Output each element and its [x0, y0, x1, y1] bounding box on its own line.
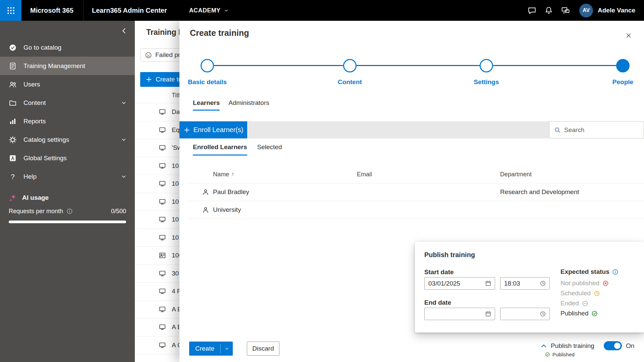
account-button[interactable]: AV Adele Vance — [574, 4, 644, 17]
plus-icon — [146, 76, 152, 83]
chevron-down-icon — [224, 346, 229, 351]
monitor-icon — [159, 126, 166, 134]
sidebar-item-label: Go to catalog — [23, 44, 61, 51]
brand-title: Microsoft 365 — [30, 7, 73, 14]
end-date-label: End date — [424, 299, 451, 306]
devices-button[interactable] — [557, 0, 574, 21]
sidebar-item-training-management[interactable]: Training Management — [0, 57, 135, 75]
clock-icon[interactable] — [540, 280, 546, 287]
close-button[interactable] — [623, 29, 635, 42]
end-time-field — [500, 308, 550, 320]
app-launcher-button[interactable] — [0, 0, 21, 21]
header-divider — [84, 0, 84, 21]
end-time-input[interactable] — [500, 310, 540, 318]
bar-chart-icon — [9, 117, 17, 125]
tab-administrators[interactable]: Administrators — [228, 99, 269, 111]
chat-button[interactable] — [524, 0, 540, 21]
notifications-button[interactable] — [540, 0, 557, 21]
step-basic-details-indicator[interactable] — [201, 59, 214, 72]
status-not-published: Not published — [560, 278, 609, 288]
sidebar-item-go-to-catalog[interactable]: Go to catalog — [0, 38, 135, 57]
waffle-icon — [6, 6, 15, 15]
chevron-down-icon — [121, 100, 127, 106]
create-button-label[interactable]: Create — [189, 342, 220, 356]
search-box — [549, 121, 644, 138]
discard-button[interactable]: Discard — [247, 342, 279, 356]
monitor-icon — [159, 270, 166, 277]
toggle-state-label: On — [626, 339, 634, 353]
create-dropdown-button[interactable] — [221, 342, 233, 356]
sidebar-item-reports[interactable]: Reports — [0, 112, 135, 130]
start-date-label: Start date — [424, 268, 454, 276]
bell-icon — [544, 6, 553, 15]
panel-title: Create training — [190, 28, 249, 38]
avatar: AV — [579, 4, 593, 17]
subtab-selected[interactable]: Selected — [257, 143, 282, 156]
chevron-down-icon — [121, 137, 127, 143]
user-name: Adele Vance — [598, 7, 635, 14]
search-input[interactable] — [564, 126, 639, 134]
step-label-people[interactable]: People — [586, 78, 644, 86]
sidebar-item-global-settings[interactable]: Global Settings — [0, 149, 135, 167]
sidebar: Go to catalog Training Management Users … — [0, 21, 135, 362]
learner-row[interactable]: Paul Bradley Research and Development — [188, 183, 644, 201]
requests-progress-bar — [9, 221, 126, 223]
error-circle-icon — [602, 280, 609, 287]
step-label-content[interactable]: Content — [313, 78, 387, 86]
clock-icon[interactable] — [540, 311, 546, 317]
help-icon: ? — [9, 173, 17, 181]
end-date-input[interactable] — [425, 310, 485, 318]
requests-label: Requests per month — [9, 208, 63, 215]
info-icon[interactable] — [612, 269, 619, 275]
tab-learners[interactable]: Learners — [193, 99, 220, 111]
start-date-input[interactable] — [425, 280, 485, 287]
monitor-icon — [159, 108, 166, 116]
info-icon[interactable] — [66, 208, 73, 215]
sidebar-item-label: Reports — [23, 118, 46, 125]
start-time-input[interactable] — [500, 280, 540, 287]
sidebar-item-content[interactable]: Content — [0, 94, 135, 112]
subtab-enrolled-learners[interactable]: Enrolled Learners — [193, 143, 247, 156]
stepper-line — [493, 65, 616, 66]
column-header-department[interactable]: Department — [500, 171, 644, 178]
sidebar-collapse-button[interactable] — [119, 25, 129, 36]
learners-table: Name ↑ Email Department Paul Bradley Res… — [188, 166, 644, 219]
learner-row[interactable]: University — [188, 201, 644, 219]
sidebar-item-help[interactable]: ? Help — [0, 167, 135, 186]
app-title[interactable]: Learn365 Admin Center — [92, 7, 167, 14]
monitor-icon — [159, 323, 166, 331]
monitor-icon — [159, 342, 166, 349]
enroll-learners-button[interactable]: Enroll Learner(s) — [179, 121, 247, 138]
chevron-up-icon[interactable] — [540, 342, 548, 350]
column-header-email[interactable]: Email — [357, 171, 500, 178]
create-training-panel: Create training Basic details Content Se… — [179, 21, 644, 362]
sidebar-item-label: Content — [23, 99, 46, 107]
sidebar-item-catalog-settings[interactable]: Catalog settings — [0, 130, 135, 149]
calendar-icon[interactable] — [485, 311, 491, 317]
column-header-name[interactable]: Name ↑ — [188, 171, 357, 178]
stepper-line — [357, 65, 480, 66]
step-settings-indicator[interactable] — [480, 59, 493, 72]
sidebar-item-label: Users — [23, 81, 40, 88]
sparkle-icon — [9, 194, 17, 202]
check-circle-icon — [545, 352, 550, 357]
requests-value: 0/500 — [111, 208, 126, 215]
calendar-icon[interactable] — [485, 280, 491, 287]
tenant-selector[interactable]: ACADEMY — [189, 7, 229, 14]
plus-icon — [183, 127, 190, 133]
publish-toggle[interactable] — [604, 341, 622, 350]
step-label-settings[interactable]: Settings — [449, 78, 523, 86]
person-icon — [202, 188, 209, 196]
publish-training-label: Publish training — [551, 339, 594, 353]
monitor-icon — [159, 288, 166, 295]
step-label-basic-details[interactable]: Basic details — [170, 78, 244, 86]
sidebar-item-users[interactable]: Users — [0, 75, 135, 94]
toggle-knob — [614, 343, 621, 349]
create-split-button[interactable]: Create — [189, 342, 233, 356]
start-time-field — [500, 277, 550, 290]
step-people-indicator[interactable] — [616, 59, 630, 72]
monitor-icon — [159, 306, 166, 313]
gear-icon — [9, 136, 17, 144]
folder-icon — [9, 99, 17, 107]
step-content-indicator[interactable] — [343, 59, 357, 72]
